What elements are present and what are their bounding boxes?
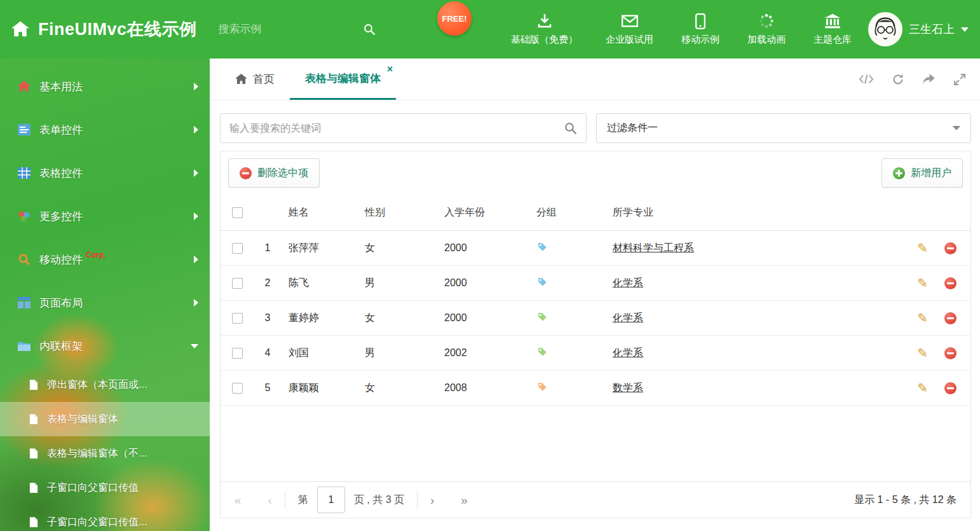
major-link[interactable]: 数学系 bbox=[613, 382, 643, 393]
major-link[interactable]: 化学系 bbox=[613, 312, 643, 323]
tab-grid-edit-window[interactable]: 表格与编辑窗体 × bbox=[290, 59, 396, 100]
sidebar-item-label: 移动控件 bbox=[39, 252, 83, 267]
major-link[interactable]: 材料科学与工程系 bbox=[613, 242, 694, 253]
filter-dropdown[interactable]: 过滤条件一 bbox=[596, 113, 971, 143]
sidebar-item-mobile-controls[interactable]: 移动控件 Corp. bbox=[0, 238, 210, 281]
row-number: 2 bbox=[254, 277, 281, 289]
user-menu[interactable]: 三生石上 bbox=[868, 12, 969, 46]
table-row[interactable]: 2 陈飞 男 2000 化学系 ✎ bbox=[221, 266, 970, 301]
cell-name: 康颖颖 bbox=[281, 382, 357, 395]
sidebar-subitem-label: 表格与编辑窗体（不... bbox=[47, 447, 147, 460]
header-nav: 基础版（免费） 企业版试用 移动示例 加载动画 bbox=[511, 13, 852, 46]
sidebar-item-more-controls[interactable]: 更多控件 bbox=[0, 195, 210, 238]
keyword-search bbox=[220, 113, 587, 143]
grid-panel: 删除选中项 新增用户 姓名 性别 入学年份 分组 所学专业 1 bbox=[220, 151, 971, 518]
sidebar-subitem-grid-edit-window-2[interactable]: 表格与编辑窗体（不... bbox=[0, 436, 210, 471]
nav-loading-animation[interactable]: 加载动画 bbox=[747, 13, 786, 46]
row-number: 5 bbox=[254, 382, 281, 394]
major-link[interactable]: 化学系 bbox=[613, 277, 643, 288]
row-checkbox[interactable] bbox=[232, 243, 243, 254]
sidebar-subitem-popup-window[interactable]: 弹出窗体（本页面或... bbox=[0, 368, 210, 402]
edit-icon[interactable]: ✎ bbox=[917, 277, 928, 289]
edit-icon[interactable]: ✎ bbox=[917, 382, 928, 394]
sidebar-item-basic-usage[interactable]: 基本用法 bbox=[0, 65, 210, 108]
last-page-icon[interactable]: » bbox=[461, 494, 468, 506]
sidebar-subitem-child-to-parent[interactable]: 子窗口向父窗口传值 bbox=[0, 471, 210, 505]
refresh-icon[interactable] bbox=[892, 73, 904, 86]
select-all-checkbox[interactable] bbox=[232, 207, 243, 218]
prev-page-icon[interactable]: ‹ bbox=[268, 494, 272, 506]
delete-icon[interactable] bbox=[944, 382, 956, 394]
filter-row: 过滤条件一 bbox=[220, 113, 971, 143]
sidebar-item-page-layout[interactable]: 页面布局 bbox=[0, 281, 210, 324]
expand-icon[interactable] bbox=[953, 73, 966, 86]
sidebar-item-label: 内联框架 bbox=[39, 339, 83, 354]
cell-gender: 女 bbox=[357, 242, 437, 255]
search-icon[interactable] bbox=[363, 23, 376, 36]
row-checkbox[interactable] bbox=[232, 383, 243, 394]
sidebar-item-grid-controls[interactable]: 表格控件 bbox=[0, 151, 210, 195]
edit-icon[interactable]: ✎ bbox=[917, 347, 928, 359]
table-row[interactable]: 3 董婷婷 女 2000 化学系 ✎ bbox=[221, 301, 970, 336]
table-row[interactable]: 5 康颖颖 女 2008 数学系 ✎ bbox=[221, 371, 970, 406]
table-empty-space bbox=[221, 406, 970, 481]
sidebar-subitem-label: 弹出窗体（本页面或... bbox=[47, 378, 147, 392]
tab-toolbar bbox=[859, 59, 980, 100]
sidebar-subitem-grid-edit-window[interactable]: 表格与编辑窗体 bbox=[0, 402, 210, 436]
page-number-input[interactable] bbox=[317, 486, 345, 513]
sidebar-item-form-controls[interactable]: 表单控件 bbox=[0, 108, 210, 151]
column-gender[interactable]: 性别 bbox=[357, 206, 437, 219]
column-name[interactable]: 姓名 bbox=[281, 206, 357, 219]
nav-theme-store[interactable]: 主题仓库 bbox=[813, 13, 852, 46]
row-number: 3 bbox=[254, 312, 281, 324]
table-row[interactable]: 4 刘国 男 2002 化学系 ✎ bbox=[221, 336, 970, 371]
nav-mobile-demo[interactable]: 移动示例 bbox=[681, 13, 719, 46]
tab-home[interactable]: 首页 bbox=[220, 59, 290, 100]
nav-label: 企业版试用 bbox=[606, 34, 653, 46]
sidebar-item-iframe[interactable]: 内联框架 bbox=[0, 324, 210, 368]
next-page-icon[interactable]: › bbox=[430, 494, 434, 506]
major-link[interactable]: 化学系 bbox=[613, 347, 643, 358]
edit-icon[interactable]: ✎ bbox=[917, 312, 928, 324]
page-label-prefix: 第 bbox=[298, 493, 308, 507]
sidebar-subitem-child-to-parent-2[interactable]: 子窗口向父窗口传值... bbox=[0, 505, 210, 531]
delete-icon[interactable] bbox=[944, 277, 956, 289]
code-icon[interactable] bbox=[859, 74, 874, 85]
sidebar-item-label: 表单控件 bbox=[39, 123, 83, 137]
header-search-input[interactable] bbox=[219, 23, 359, 36]
chevron-down-icon bbox=[953, 126, 960, 130]
row-checkbox[interactable] bbox=[232, 313, 243, 324]
app-title: FineUIMvc在线示例 bbox=[38, 18, 197, 41]
delete-icon[interactable] bbox=[944, 347, 956, 359]
delete-icon[interactable] bbox=[944, 312, 956, 324]
home-icon[interactable] bbox=[11, 21, 29, 38]
table-row[interactable]: 1 张萍萍 女 2000 材料科学与工程系 ✎ bbox=[221, 231, 970, 266]
first-page-icon[interactable]: « bbox=[235, 494, 242, 506]
chevron-right-icon bbox=[194, 299, 198, 307]
close-icon[interactable]: × bbox=[387, 64, 393, 74]
column-major[interactable]: 所学专业 bbox=[605, 206, 901, 219]
keyword-search-input[interactable] bbox=[229, 123, 564, 134]
divider bbox=[285, 491, 285, 509]
column-year[interactable]: 入学年份 bbox=[437, 206, 529, 219]
search-icon[interactable] bbox=[564, 121, 577, 135]
row-checkbox[interactable] bbox=[232, 348, 243, 359]
filter-dropdown-value: 过滤条件一 bbox=[607, 121, 658, 135]
edit-icon[interactable]: ✎ bbox=[917, 242, 928, 254]
nav-enterprise-trial[interactable]: 企业版试用 bbox=[606, 13, 653, 46]
sidebar: 基本用法 表单控件 表格控件 更多控件 bbox=[0, 59, 210, 531]
delete-selected-button[interactable]: 删除选中项 bbox=[228, 158, 320, 188]
mail-icon bbox=[622, 13, 638, 29]
add-user-button[interactable]: 新增用户 bbox=[881, 158, 963, 188]
row-checkbox[interactable] bbox=[232, 278, 243, 289]
form-icon bbox=[17, 124, 32, 135]
corp-badge: Corp. bbox=[86, 251, 105, 259]
sidebar-item-label: 页面布局 bbox=[39, 296, 83, 310]
share-icon[interactable] bbox=[922, 73, 936, 85]
tag-icon bbox=[536, 381, 548, 392]
nav-basic-edition[interactable]: 基础版（免费） bbox=[511, 13, 578, 46]
widgets-icon bbox=[17, 210, 32, 222]
column-group[interactable]: 分组 bbox=[529, 206, 605, 219]
delete-icon[interactable] bbox=[944, 242, 956, 254]
spinner-icon bbox=[758, 13, 775, 29]
